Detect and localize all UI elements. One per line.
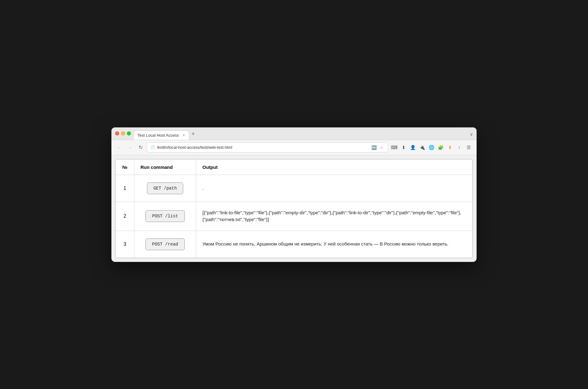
close-button[interactable] [115,131,119,135]
tab-expand-icon[interactable]: ∨ [470,132,473,140]
back-icon: ← [117,145,122,150]
active-tab[interactable]: Test Local Host Access × [133,130,189,140]
page-content: № Run command Output 1GET /path.2POST /l… [115,159,473,258]
col-header-command: Run command [134,159,196,175]
reload-icon: ↻ [139,144,143,150]
row-number: 3 [116,231,134,258]
address-actions: 🔤 ☆ [370,144,385,151]
maximize-button[interactable] [127,131,131,135]
table-row: 1GET /path. [116,175,473,202]
share-icon[interactable]: ↑ [455,143,464,152]
table-row: 3POST /readУмом Россию не понять, Аршино… [116,231,473,258]
new-tab-button[interactable]: + [190,131,197,140]
download-icon[interactable]: ⬇ [399,143,408,152]
menu-icon[interactable]: ☰ [464,143,473,152]
col-header-number: № [116,159,134,175]
globe-icon[interactable]: 🌐 [427,143,436,152]
extensions-icon[interactable]: 🔌 [418,143,426,152]
table-row: 2POST /list[{"path":"link-to-file","type… [116,202,473,231]
command-button-3[interactable]: POST /read [145,238,184,250]
command-button-2[interactable]: POST /list [145,210,184,222]
toolbar-icons: ⌨ ⬇ 👤 🔌 🌐 🧩 ⬇ ↑ ☰ [390,143,473,152]
download2-icon[interactable]: ⬇ [446,143,454,152]
row-output-cell: . [196,175,473,202]
main-table: № Run command Output 1GET /path.2POST /l… [115,159,473,258]
browser-window: Test Local Host Access × + ∨ ← → ↻ 📄 /ko… [111,127,477,262]
tab-close-icon[interactable]: × [183,133,185,137]
col-header-output: Output [196,159,473,175]
title-bar: Test Local Host Access × + ∨ [111,127,477,140]
minimize-button[interactable] [121,131,125,135]
row-command-cell: POST /list [134,202,196,231]
address-bar[interactable]: 📄 /kotlin/local-host-access/test/web-tes… [147,143,388,152]
row-output-cell: [{"path":"link-to-file","type":"file"},{… [196,202,473,231]
translate-icon[interactable]: 🔤 [370,144,378,151]
row-number: 1 [116,175,134,202]
command-button-1[interactable]: GET /path [147,182,184,194]
profile-icon[interactable]: 👤 [409,143,417,152]
row-output-cell: Умом Россию не понять, Аршином общим не … [196,231,473,258]
tabs-area: Test Local Host Access × + ∨ [133,130,473,140]
row-command-cell: GET /path [134,175,196,202]
keyboard-icon[interactable]: ⌨ [390,143,399,152]
back-button[interactable]: ← [115,143,124,152]
reload-button[interactable]: ↻ [136,143,145,152]
bookmark-icon[interactable]: ☆ [379,144,385,151]
page-icon: 📄 [150,145,155,150]
table-header-row: № Run command Output [116,159,473,175]
toolbar: ← → ↻ 📄 /kotlin/local-host-access/test/w… [111,140,477,155]
plugin-icon[interactable]: 🧩 [436,143,445,152]
traffic-lights [115,131,131,139]
forward-icon: → [128,145,132,150]
address-text: /kotlin/local-host-access/test/web-test.… [157,145,369,150]
row-number: 2 [116,202,134,231]
tab-title: Test Local Host Access [137,133,179,138]
forward-button[interactable]: → [126,143,134,152]
row-command-cell: POST /read [134,231,196,258]
